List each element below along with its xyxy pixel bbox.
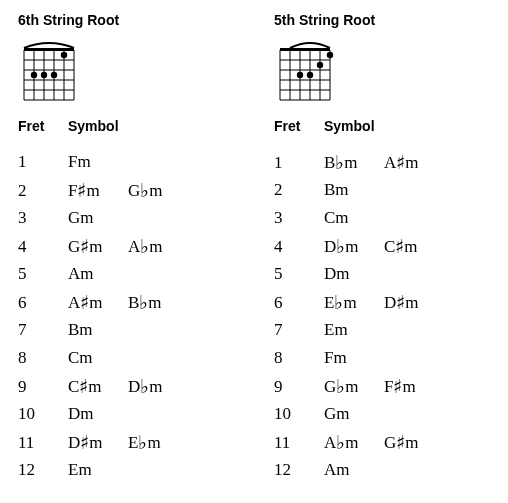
cell-fret: 7	[18, 316, 68, 344]
table-row: 11A♭mG♯m	[274, 428, 490, 456]
cell-fret: 3	[18, 204, 68, 232]
cell-symbol: A♭m	[324, 428, 384, 457]
section-title: 5th String Root	[274, 12, 490, 28]
cell-fret: 1	[18, 148, 68, 176]
column-5th-string: 5th String Root Fret Symbol 1B♭mA♯m2Bm3C…	[274, 12, 490, 484]
column-6th-string: 6th String Root Fret Symbol 1Fm2F♯mG♭m3G…	[18, 12, 234, 484]
cell-symbol: Bm	[68, 316, 128, 344]
cell-fret: 7	[274, 316, 324, 344]
svg-point-16	[31, 72, 37, 78]
cell-symbol: Gm	[68, 204, 128, 232]
cell-fret: 3	[274, 204, 324, 232]
table-headers: Fret Symbol	[18, 118, 234, 134]
table-row: 5Dm	[274, 260, 490, 288]
cell-fret: 4	[274, 233, 324, 261]
cell-alt-symbol: D♭m	[128, 372, 188, 401]
cell-symbol: C♯m	[68, 372, 128, 401]
table-row: 2F♯mG♭m	[18, 176, 234, 204]
cell-alt-symbol: D♯m	[384, 288, 444, 317]
table-row: 6E♭mD♯m	[274, 288, 490, 316]
cell-fret: 9	[274, 373, 324, 401]
cell-symbol: D♭m	[324, 232, 384, 261]
cell-symbol: Am	[324, 456, 384, 484]
cell-symbol: Am	[68, 260, 128, 288]
cell-symbol: Cm	[324, 204, 384, 232]
cell-symbol: G♯m	[68, 232, 128, 261]
cell-alt-symbol: E♭m	[128, 428, 188, 457]
svg-point-15	[41, 72, 47, 78]
table-row: 11D♯mE♭m	[18, 428, 234, 456]
header-symbol: Symbol	[324, 118, 375, 134]
svg-point-31	[317, 62, 323, 68]
table-row: 1B♭mA♯m	[274, 148, 490, 176]
table-row: 10Gm	[274, 400, 490, 428]
cell-alt-symbol: C♯m	[384, 232, 444, 261]
table-row: 2Bm	[274, 176, 490, 204]
cell-symbol: B♭m	[324, 148, 384, 177]
cell-symbol: Fm	[68, 148, 128, 176]
table-row: 8Cm	[18, 344, 234, 372]
table-row: 12Am	[274, 456, 490, 484]
cell-fret: 5	[18, 260, 68, 288]
table-row: 1Fm	[18, 148, 234, 176]
svg-point-33	[297, 72, 303, 78]
cell-fret: 8	[18, 344, 68, 372]
cell-symbol: F♯m	[68, 176, 128, 205]
chord-diagram-6th	[18, 38, 234, 104]
cell-fret: 9	[18, 373, 68, 401]
header-fret: Fret	[18, 118, 68, 134]
cell-fret: 10	[274, 400, 324, 428]
cell-fret: 11	[274, 429, 324, 457]
cell-alt-symbol: A♯m	[384, 148, 444, 177]
cell-symbol: Em	[68, 456, 128, 484]
table-body-right: 1B♭mA♯m2Bm3Cm4D♭mC♯m5Dm6E♭mD♯m7Em8Fm9G♭m…	[274, 148, 490, 484]
cell-alt-symbol: F♯m	[384, 372, 444, 401]
cell-fret: 6	[274, 289, 324, 317]
table-row: 5Am	[18, 260, 234, 288]
table-row: 12Em	[18, 456, 234, 484]
cell-symbol: Bm	[324, 176, 384, 204]
table-row: 7Em	[274, 316, 490, 344]
cell-symbol: D♯m	[68, 428, 128, 457]
header-symbol: Symbol	[68, 118, 119, 134]
table-row: 3Cm	[274, 204, 490, 232]
table-row: 3Gm	[18, 204, 234, 232]
cell-alt-symbol: A♭m	[128, 232, 188, 261]
svg-point-30	[327, 52, 333, 58]
cell-fret: 1	[274, 149, 324, 177]
cell-symbol: Gm	[324, 400, 384, 428]
table-row: 4G♯mA♭m	[18, 232, 234, 260]
table-row: 6A♯mB♭m	[18, 288, 234, 316]
cell-fret: 11	[18, 429, 68, 457]
cell-symbol: E♭m	[324, 288, 384, 317]
cell-fret: 12	[18, 456, 68, 484]
cell-fret: 5	[274, 260, 324, 288]
section-title: 6th String Root	[18, 12, 234, 28]
cell-fret: 2	[18, 177, 68, 205]
cell-fret: 10	[18, 400, 68, 428]
table-row: 8Fm	[274, 344, 490, 372]
cell-fret: 8	[274, 344, 324, 372]
cell-symbol: Em	[324, 316, 384, 344]
table-row: 10Dm	[18, 400, 234, 428]
cell-alt-symbol: G♭m	[128, 176, 188, 205]
cell-symbol: Dm	[324, 260, 384, 288]
header-fret: Fret	[274, 118, 324, 134]
svg-point-13	[61, 52, 67, 58]
cell-fret: 4	[18, 233, 68, 261]
cell-symbol: Dm	[68, 400, 128, 428]
svg-point-32	[307, 72, 313, 78]
cell-symbol: A♯m	[68, 288, 128, 317]
table-row: 9C♯mD♭m	[18, 372, 234, 400]
table-row: 9G♭mF♯m	[274, 372, 490, 400]
cell-symbol: G♭m	[324, 372, 384, 401]
cell-alt-symbol: G♯m	[384, 428, 444, 457]
cell-symbol: Fm	[324, 344, 384, 372]
cell-symbol: Cm	[68, 344, 128, 372]
cell-alt-symbol: B♭m	[128, 288, 188, 317]
cell-fret: 12	[274, 456, 324, 484]
cell-fret: 2	[274, 176, 324, 204]
table-body-left: 1Fm2F♯mG♭m3Gm4G♯mA♭m5Am6A♯mB♭m7Bm8Cm9C♯m…	[18, 148, 234, 484]
chord-diagram-5th	[274, 38, 490, 104]
svg-point-14	[51, 72, 57, 78]
